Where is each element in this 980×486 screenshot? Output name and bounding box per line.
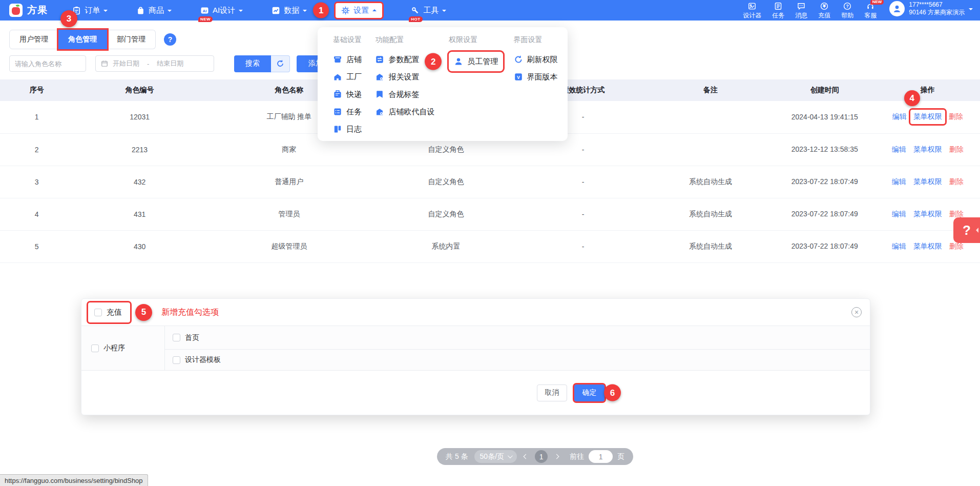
delete-link[interactable]: 删除 — [949, 210, 964, 218]
goto-label: 前往 — [570, 452, 584, 461]
modal-recharge-row: 充值 5 新增充值勾选项 × — [81, 299, 870, 326]
home-page-option[interactable]: 首页 — [165, 326, 870, 350]
edit-link[interactable]: 编辑 — [892, 112, 907, 120]
menu-permission-link[interactable]: 菜单权限 — [913, 145, 942, 153]
navbar-quick-actions: 设计器 任务 消息 ¥ 充值 ? 帮助 客服 NEW — [743, 1, 973, 20]
delete-link[interactable]: 删除 — [949, 145, 964, 153]
menu-item-compliance-tag[interactable]: 合规标签 — [375, 86, 449, 103]
miniapp-checkbox[interactable] — [91, 345, 99, 352]
menu-permission-link[interactable]: 菜单权限 — [913, 177, 942, 186]
chevron-down-icon — [239, 10, 243, 14]
quick-recharge[interactable]: ¥ 充值 — [818, 1, 830, 20]
task-card-icon — [333, 107, 342, 116]
goto-page-input[interactable] — [589, 450, 613, 463]
prev-page-button[interactable] — [523, 455, 529, 458]
menu-item-label: 参数配置 — [388, 55, 419, 65]
nav-item-orders[interactable]: 订单 — [72, 6, 108, 15]
col-role-code: 角色编号 — [73, 79, 205, 101]
quick-service[interactable]: 客服 NEW — [864, 1, 877, 20]
refresh-button[interactable] — [271, 55, 290, 72]
nav-item-tools[interactable]: 工具 HOT — [411, 6, 446, 15]
menu-item-shop[interactable]: 店铺 — [333, 51, 375, 68]
cell-index: 4 — [0, 198, 73, 230]
cell-created: 2023-07-22 18:07:49 — [774, 198, 875, 230]
designer-template-checkbox[interactable] — [173, 356, 180, 364]
quick-label: 设计器 — [743, 11, 761, 20]
tab-label: 角色管理 — [68, 35, 97, 43]
cancel-button[interactable]: 取消 — [537, 384, 567, 401]
nav-item-settings[interactable]: 1 设置 — [336, 3, 382, 18]
designer-template-label: 设计器模板 — [185, 355, 221, 364]
next-page-button[interactable] — [554, 455, 559, 458]
col-remark: 备注 — [647, 79, 775, 101]
close-icon[interactable]: × — [851, 307, 862, 317]
designer-template-option[interactable]: 设计器模板 — [165, 350, 870, 370]
date-separator: - — [147, 60, 149, 68]
date-range-picker[interactable]: 开始日期 - 结束日期 — [95, 55, 214, 72]
chat-icon — [797, 2, 805, 10]
chevron-down-icon — [103, 10, 108, 14]
miniapp-module-cell[interactable]: 小程序 — [81, 326, 165, 370]
modal-footer: 取消 确定 6 — [81, 371, 870, 415]
menu-item-express[interactable]: 快递 — [333, 86, 375, 103]
role-name-input[interactable] — [9, 55, 86, 72]
account-menu[interactable]: 177****5667 90146 方果商家演示 — [889, 1, 973, 17]
search-button[interactable]: 搜索 — [234, 55, 271, 72]
cell-name: 超级管理员 — [206, 230, 372, 262]
menu-item-tasks[interactable]: 任务 — [333, 103, 375, 120]
avatar — [889, 1, 905, 16]
quick-help[interactable]: ? 帮助 — [841, 1, 853, 20]
modal-subrows: 首页 设计器模板 — [165, 326, 870, 370]
cell-index: 1 — [0, 101, 73, 133]
person-icon — [454, 57, 463, 66]
menu-section-title: 权限设置 — [449, 35, 513, 48]
svg-text:?: ? — [846, 4, 849, 9]
menu-item-label: 任务 — [346, 107, 362, 117]
edit-link[interactable]: 编辑 — [892, 177, 906, 186]
wrench-icon — [411, 6, 420, 15]
edit-link[interactable]: 编辑 — [892, 145, 906, 153]
quick-messages[interactable]: 消息 — [795, 1, 807, 20]
menu-permission-link[interactable]: 菜单权限 — [913, 210, 942, 218]
confirm-button[interactable]: 确定 — [574, 384, 604, 401]
menu-item-shop-eu-rep[interactable]: 店铺欧代自设 — [375, 103, 449, 120]
delete-link[interactable]: 删除 — [949, 112, 963, 120]
recharge-option-highlight[interactable]: 充值 — [88, 302, 130, 322]
quick-designer[interactable]: 设计器 — [743, 1, 761, 20]
page-help-icon[interactable]: ? — [164, 33, 176, 46]
current-page-indicator[interactable]: 1 — [535, 450, 548, 463]
menu-item-factory[interactable]: 工厂 — [333, 68, 375, 86]
help-fab[interactable]: ? — [953, 217, 980, 243]
nav-item-goods[interactable]: 商品 — [136, 6, 172, 15]
tab-user-management[interactable]: 用户管理 — [9, 30, 58, 49]
tab-department-management[interactable]: 部门管理 — [107, 30, 156, 49]
brand[interactable]: 方果 — [9, 4, 48, 17]
menu-item-customs[interactable]: 报关设置 — [375, 68, 449, 86]
cell-code: 2213 — [73, 133, 205, 166]
quick-tasks[interactable]: 任务 — [772, 1, 784, 20]
goto-page-group: 前往 页 — [570, 450, 624, 463]
nav-item-data[interactable]: 数据 — [272, 6, 307, 15]
nav-item-ai-design[interactable]: AI AI设计 NEW — [200, 6, 243, 15]
cell-created: 2023-07-22 18:07:49 — [774, 166, 875, 198]
chevron-down-icon — [508, 453, 513, 458]
bookmark-icon — [375, 90, 384, 99]
page-size-select[interactable]: 50条/页 — [474, 450, 517, 463]
menu-item-logs[interactable]: 日志 — [333, 120, 375, 138]
menu-permission-link[interactable]: 菜单权限 — [913, 242, 942, 250]
menu-item-employee-management[interactable]: 2 员工管理 — [449, 52, 503, 71]
delete-link[interactable]: 删除 — [949, 177, 964, 186]
nav-item-label: 设置 — [353, 6, 369, 15]
tab-role-management[interactable]: 3 角色管理 — [58, 30, 107, 49]
cell-created: 2024-04-13 19:41:15 — [774, 101, 875, 133]
home-label: 首页 — [185, 333, 199, 342]
cell-perf: - — [519, 198, 647, 230]
menu-item-ui-version[interactable]: V 界面版本 — [514, 68, 568, 86]
home-checkbox[interactable] — [173, 334, 180, 341]
menu-item-refresh-permission[interactable]: 刷新权限 — [514, 51, 568, 68]
edit-link[interactable]: 编辑 — [892, 242, 906, 250]
cell-name: 管理员 — [206, 198, 372, 230]
edit-link[interactable]: 编辑 — [892, 210, 906, 218]
menu-permission-link[interactable]: 菜单权限 — [913, 112, 942, 120]
recharge-checkbox[interactable] — [94, 309, 102, 316]
